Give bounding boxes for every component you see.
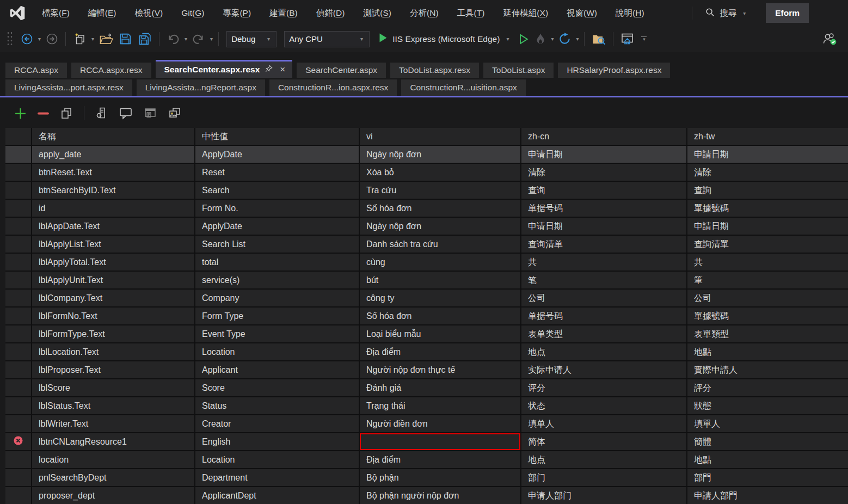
grid-row-header[interactable] <box>5 325 31 342</box>
grid-cell-name[interactable]: btnSearchByID.Text <box>32 182 194 199</box>
grid-cell-zh-cn[interactable]: 单据号码 <box>521 200 686 217</box>
save-icon[interactable] <box>117 31 134 47</box>
grid-cell-zh-cn[interactable]: 表单类型 <box>521 325 686 342</box>
grid-cell-zh-tw[interactable]: 清除 <box>687 164 848 181</box>
grid-cell-zh-cn[interactable]: 单据号码 <box>521 308 686 324</box>
menu-item-d[interactable]: 偵錯(D) <box>307 0 354 26</box>
grid-cell-zh-cn[interactable]: 共 <box>521 254 686 271</box>
grid-cell-vi[interactable]: Số hóa đơn <box>360 308 520 324</box>
grid-cell-neutral[interactable]: Company <box>195 290 359 306</box>
grid-cell-zh-tw[interactable]: 狀態 <box>687 397 848 414</box>
start-debugging-button[interactable]: IIS Express (Microsoft Edge)▾ <box>379 33 511 45</box>
grid-cell-vi[interactable]: Ngày nộp đơn <box>360 146 520 163</box>
chevron-down-icon[interactable]: ▾ <box>36 36 42 42</box>
grid-row-header[interactable] <box>5 469 31 486</box>
grid-cell-zh-tw[interactable]: 單據號碼 <box>687 308 848 324</box>
feedback-icon[interactable] <box>820 30 839 47</box>
chevron-down-icon[interactable]: ▾ <box>183 36 189 42</box>
forms-resource-icon[interactable] <box>140 106 161 121</box>
grid-cell-zh-cn[interactable]: 填单人 <box>521 415 686 432</box>
grid-cell-zh-tw[interactable]: 部門 <box>687 469 848 486</box>
menu-item-p[interactable]: 專案(P) <box>213 0 260 26</box>
menu-item-h[interactable]: 說明(H) <box>606 0 654 26</box>
grid-row-header[interactable] <box>5 272 31 288</box>
grid-cell-zh-tw[interactable]: 查詢 <box>687 182 848 199</box>
grid-cell-neutral[interactable]: Reset <box>195 164 359 181</box>
row1-tab-3[interactable]: SearchCenter.aspx <box>297 63 386 78</box>
grid-cell-vi[interactable]: Ngày nộp đơn <box>360 218 520 235</box>
menu-item-e[interactable]: 編輯(E) <box>79 0 126 26</box>
grid-cell-zh-cn[interactable]: 申请日期 <box>521 146 686 163</box>
grid-row-header[interactable] <box>5 164 31 181</box>
grid-cell-neutral[interactable]: ApplicantDept <box>195 487 359 504</box>
grid-cell-zh-cn[interactable]: 申请人部门 <box>521 487 686 504</box>
grid-cell-zh-cn[interactable]: 笔 <box>521 272 686 288</box>
grid-cell-neutral[interactable]: Score <box>195 379 359 396</box>
grid-cell-zh-cn[interactable]: 部门 <box>521 469 686 486</box>
find-in-files-icon[interactable] <box>589 31 608 47</box>
grid-column-header[interactable]: 中性值 <box>195 128 359 145</box>
grid-row-header[interactable] <box>5 146 31 163</box>
menu-item-b[interactable]: 建置(B) <box>260 0 307 26</box>
grid-cell-zh-tw[interactable]: 申請人部門 <box>687 487 848 504</box>
grid-cell-neutral[interactable]: total <box>195 254 359 271</box>
grid-cell-zh-tw[interactable]: 地點 <box>687 343 848 360</box>
remove-resource-icon[interactable] <box>34 106 53 121</box>
grid-column-header[interactable]: vi <box>360 128 520 145</box>
search-control[interactable]: 搜尋 ▾ <box>700 8 753 19</box>
grid-cell-zh-cn[interactable]: 地点 <box>521 451 686 468</box>
solution-name-badge[interactable]: Eform <box>766 3 809 23</box>
grid-cell-zh-cn[interactable]: 评分 <box>521 379 686 396</box>
grid-cell-neutral[interactable]: Form No. <box>195 200 359 217</box>
grid-column-header[interactable]: zh-tw <box>687 128 848 145</box>
grid-cell-zh-tw[interactable]: 申請日期 <box>687 218 848 235</box>
grid-cell-zh-tw[interactable]: 共 <box>687 254 848 271</box>
grid-cell-vi[interactable]: bút <box>360 272 520 288</box>
toolbar-overflow-icon[interactable]: ▾ <box>641 36 647 42</box>
grid-cell-neutral[interactable]: ApplyDate <box>195 218 359 235</box>
grid-row-header[interactable] <box>5 397 31 414</box>
grid-cell-neutral[interactable]: Creator <box>195 415 359 432</box>
grid-cell-neutral[interactable]: Search <box>195 182 359 199</box>
add-resource-icon[interactable] <box>11 106 30 121</box>
grid-cell-zh-tw[interactable]: 地點 <box>687 451 848 468</box>
grid-cell-zh-tw[interactable]: 申請日期 <box>687 146 848 163</box>
grid-row-header[interactable] <box>5 415 31 432</box>
grid-cell-name[interactable]: proposer_dept <box>32 487 194 504</box>
grid-cell-name[interactable]: lblFormNo.Text <box>32 308 194 324</box>
menu-item-n[interactable]: 分析(N) <box>401 0 448 26</box>
grid-cell-zh-tw[interactable]: 公司 <box>687 290 848 306</box>
grid-cell-vi[interactable]: Bộ phận <box>360 469 520 486</box>
grid-cell-name[interactable]: lblFormType.Text <box>32 325 194 342</box>
chevron-down-icon[interactable]: ▾ <box>574 36 580 42</box>
row2-tab-0[interactable]: LivingAssista...port.aspx.resx <box>5 79 132 96</box>
grid-cell-vi[interactable]: công ty <box>360 290 520 306</box>
row1-tab-4[interactable]: ToDoList.aspx.resx <box>390 63 479 78</box>
grid-cell-neutral[interactable]: service(s) <box>195 272 359 288</box>
grid-cell-neutral[interactable]: Status <box>195 397 359 414</box>
grid-cell-zh-cn[interactable]: 简体 <box>521 433 686 450</box>
grid-cell-neutral[interactable]: English <box>195 433 359 450</box>
row1-tab-6[interactable]: HRSalaryProof.aspx.resx <box>558 63 670 78</box>
grid-cell-zh-tw[interactable]: 填單人 <box>687 415 848 432</box>
row1-tab-0[interactable]: RCCA.aspx <box>5 63 67 78</box>
grid-cell-name[interactable]: lblScore <box>32 379 194 396</box>
grid-row-header[interactable] <box>5 236 31 253</box>
grid-cell-vi[interactable]: Loại biểu mẫu <box>360 325 520 342</box>
chevron-down-icon[interactable]: ▾ <box>90 36 96 42</box>
grid-cell-zh-cn[interactable]: 实际申请人 <box>521 361 686 378</box>
grid-cell-vi[interactable]: Số hóa đơn <box>360 200 520 217</box>
grid-column-header[interactable]: zh-cn <box>521 128 686 145</box>
grid-cell-vi[interactable]: Địa điểm <box>360 451 520 468</box>
copy-resource-icon[interactable] <box>57 106 76 121</box>
grid-cell-name[interactable]: lbtnCNLangResource1 <box>32 433 194 450</box>
menu-item-s[interactable]: 測試(S) <box>354 0 401 26</box>
grid-cell-name[interactable]: btnReset.Text <box>32 164 194 181</box>
grid-cell-vi[interactable] <box>360 433 520 450</box>
toolbar-drag-grip[interactable] <box>7 31 13 47</box>
grid-row-header[interactable] <box>5 451 31 468</box>
grid-cell-vi[interactable]: cùng <box>360 254 520 271</box>
grid-cell-zh-tw[interactable]: 表單類型 <box>687 325 848 342</box>
grid-cell-name[interactable]: lblProposer.Text <box>32 361 194 378</box>
grid-cell-zh-tw[interactable]: 實際申請人 <box>687 361 848 378</box>
